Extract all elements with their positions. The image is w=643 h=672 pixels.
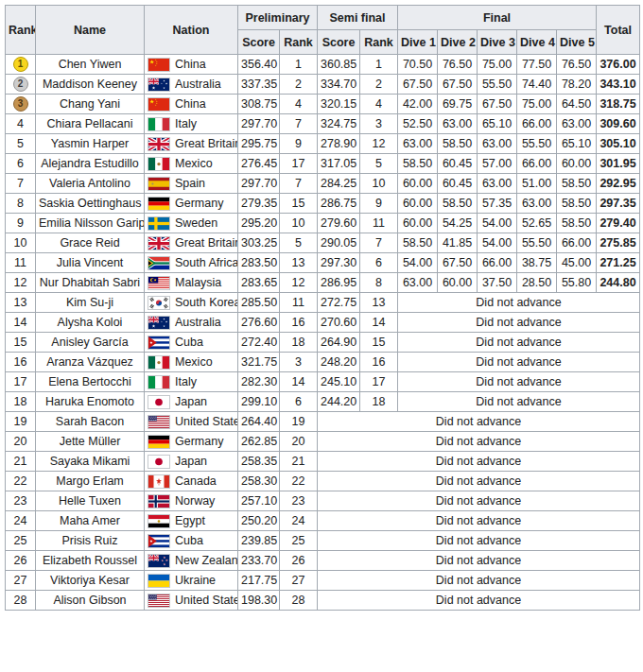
nation-label: China xyxy=(175,58,206,71)
athlete-name: Chen Yiwen xyxy=(36,55,145,75)
preliminary-rank: 11 xyxy=(280,293,318,313)
dive-3-score: 57.00 xyxy=(478,154,517,174)
rank-cell: 5 xyxy=(6,134,36,154)
rank-cell: 21 xyxy=(6,452,36,472)
dive-1-score: 54.00 xyxy=(398,253,438,273)
total-score: 279.40 xyxy=(597,214,640,233)
table-body: 1Chen YiwenChina356.401360.85170.5076.50… xyxy=(6,55,640,611)
za-flag-icon xyxy=(148,256,170,270)
semifinal-score: 324.75 xyxy=(318,114,360,134)
nation-label: South Korea xyxy=(175,296,238,309)
preliminary-rank: 22 xyxy=(280,472,318,491)
dive-4-score: 66.00 xyxy=(517,154,557,174)
col-header-dive-5: Dive 5 xyxy=(557,30,597,55)
semifinal-rank: 4 xyxy=(360,95,398,114)
preliminary-score: 258.30 xyxy=(238,472,280,491)
rank-cell: 17 xyxy=(6,372,36,392)
semifinal-rank: 8 xyxy=(360,273,398,293)
semifinal-score: 360.85 xyxy=(318,55,360,75)
athlete-name: Elizabeth Roussel xyxy=(36,551,145,571)
table-row: 7Valeria AntolinoSpain297.707284.251060.… xyxy=(6,174,640,194)
col-header-dive-1: Dive 1 xyxy=(398,30,438,55)
dive-3-score: 54.00 xyxy=(478,233,517,253)
table-row: 19Sarah BaconUnited States264.4019Did no… xyxy=(6,412,640,432)
dive-3-score: 75.00 xyxy=(478,55,517,75)
dive-3-score: 63.00 xyxy=(478,134,517,154)
athlete-name: Haruka Enomoto xyxy=(36,392,145,412)
col-header-nation: Nation xyxy=(145,6,238,55)
table-row: 26Elizabeth RousselNew Zealand233.7026Di… xyxy=(6,551,640,571)
athlete-name: Aranza Vázquez xyxy=(36,353,145,372)
dive-1-score: 63.00 xyxy=(398,134,438,154)
nation-label: Australia xyxy=(175,78,221,91)
rank-cell: 19 xyxy=(6,412,36,432)
rank-cell: 18 xyxy=(6,392,36,412)
cn-flag-icon xyxy=(148,97,170,112)
did-not-advance-cell: Did not advance xyxy=(318,571,640,591)
semifinal-score: 297.30 xyxy=(318,253,360,273)
dive-4-score: 51.00 xyxy=(517,174,557,194)
semifinal-score: 284.25 xyxy=(318,174,360,194)
semifinal-score: 320.15 xyxy=(318,95,360,114)
did-not-advance-cell: Did not advance xyxy=(398,313,640,333)
nation-cell: United States xyxy=(145,591,238,611)
dive-5-score: 60.00 xyxy=(557,154,597,174)
nation-label: Egypt xyxy=(175,514,205,527)
total-score: 318.75 xyxy=(597,95,640,114)
table-row: 25Prisis RuizCuba239.8525Did not advance xyxy=(6,531,640,551)
semifinal-rank: 3 xyxy=(360,114,398,134)
nation-cell: Italy xyxy=(145,114,238,134)
dive-5-score: 78.20 xyxy=(557,75,597,95)
table-row: 22Margo ErlamCanada258.3022Did not advan… xyxy=(6,472,640,491)
nation-label: Norway xyxy=(175,494,215,508)
did-not-advance-cell: Did not advance xyxy=(318,551,640,571)
nation-label: Italy xyxy=(175,375,197,388)
dive-4-score: 66.00 xyxy=(517,114,557,134)
nation-label: Ukraine xyxy=(175,574,216,587)
semifinal-rank: 17 xyxy=(360,372,398,392)
nation-cell: Great Britain xyxy=(145,134,238,154)
gb-flag-icon xyxy=(148,137,170,151)
athlete-name: Anisley García xyxy=(36,333,145,353)
it-flag-icon xyxy=(148,375,170,389)
athlete-name: Grace Reid xyxy=(36,233,145,253)
mx-flag-icon xyxy=(148,355,170,370)
preliminary-rank: 4 xyxy=(280,95,318,114)
nation-cell: Australia xyxy=(145,75,238,95)
nation-cell: Germany xyxy=(145,194,238,214)
nation-label: Japan xyxy=(175,455,207,468)
athlete-name: Jette Müller xyxy=(36,432,145,452)
dive-1-score: 52.50 xyxy=(398,114,438,134)
ua-flag-icon xyxy=(148,574,170,588)
nation-cell: United States xyxy=(145,412,238,432)
nation-cell: Italy xyxy=(145,372,238,392)
table-row: 1Chen YiwenChina356.401360.85170.5076.50… xyxy=(6,55,640,75)
nation-label: Sweden xyxy=(175,216,217,230)
preliminary-rank: 10 xyxy=(280,214,318,233)
dive-4-score: 75.00 xyxy=(517,95,557,114)
semifinal-score: 245.10 xyxy=(318,372,360,392)
cn-flag-icon xyxy=(148,58,170,72)
nation-cell: Spain xyxy=(145,174,238,194)
total-score: 244.80 xyxy=(597,273,640,293)
table-row: 17Elena BertocchiItaly282.3014245.1017Di… xyxy=(6,372,640,392)
semifinal-rank: 13 xyxy=(360,293,398,313)
nation-cell: China xyxy=(145,95,238,114)
preliminary-rank: 16 xyxy=(280,313,318,333)
dive-5-score: 66.00 xyxy=(557,233,597,253)
rank-cell: 10 xyxy=(6,233,36,253)
dive-2-score: 69.75 xyxy=(438,95,478,114)
preliminary-score: 299.10 xyxy=(238,392,280,412)
preliminary-rank: 18 xyxy=(280,333,318,353)
preliminary-rank: 12 xyxy=(280,273,318,293)
col-header-total: Total xyxy=(597,6,640,55)
jp-flag-icon xyxy=(148,455,170,469)
table-row: 12Nur Dhabitah SabriMalaysia283.6512286.… xyxy=(6,273,640,293)
nation-cell: South Korea xyxy=(145,293,238,313)
nation-label: Cuba xyxy=(175,336,203,349)
rank-cell: 13 xyxy=(6,293,36,313)
table-row: 14Alysha KoloiAustralia276.6016270.6014D… xyxy=(6,313,640,333)
rank-cell: 3 xyxy=(6,95,36,114)
preliminary-score: 217.75 xyxy=(238,571,280,591)
semifinal-score: 264.90 xyxy=(318,333,360,353)
